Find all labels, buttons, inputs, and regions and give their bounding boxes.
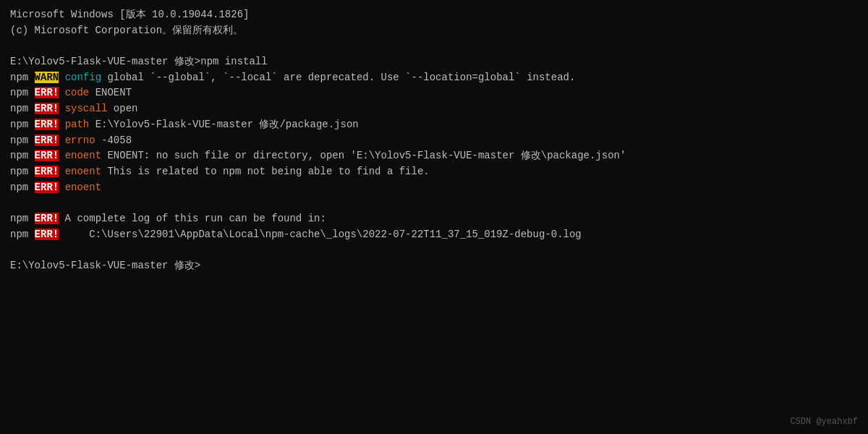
- terminal-line: npm ERR! path E:\Yolov5-Flask-VUE-master…: [10, 117, 858, 133]
- terminal-line: [10, 38, 858, 54]
- terminal-line: npm ERR! enoent This is related to npm n…: [10, 164, 858, 180]
- terminal-line: [10, 195, 858, 211]
- terminal-line: npm ERR! errno -4058: [10, 133, 858, 149]
- terminal-line: npm ERR! A complete log of this run can …: [10, 211, 858, 227]
- terminal-window: Microsoft Windows [版本 10.0.19044.1826](c…: [0, 0, 868, 434]
- terminal-line: npm WARN config global `--global`, `--lo…: [10, 70, 858, 86]
- terminal-line: npm ERR! syscall open: [10, 101, 858, 117]
- terminal-line: Microsoft Windows [版本 10.0.19044.1826]: [10, 7, 858, 23]
- terminal-line: [10, 242, 858, 258]
- terminal-line: npm ERR! C:\Users\22901\AppData\Local\np…: [10, 227, 858, 243]
- terminal-content: Microsoft Windows [版本 10.0.19044.1826](c…: [10, 7, 858, 274]
- watermark: CSDN @yeahxbf: [790, 417, 858, 427]
- terminal-line: E:\Yolov5-Flask-VUE-master 修改>: [10, 258, 858, 274]
- terminal-line: npm ERR! enoent: [10, 180, 858, 196]
- terminal-line: npm ERR! code ENOENT: [10, 85, 858, 101]
- terminal-line: E:\Yolov5-Flask-VUE-master 修改>npm instal…: [10, 54, 858, 70]
- terminal-line: (c) Microsoft Corporation。保留所有权利。: [10, 23, 858, 39]
- terminal-line: npm ERR! enoent ENOENT: no such file or …: [10, 148, 858, 164]
